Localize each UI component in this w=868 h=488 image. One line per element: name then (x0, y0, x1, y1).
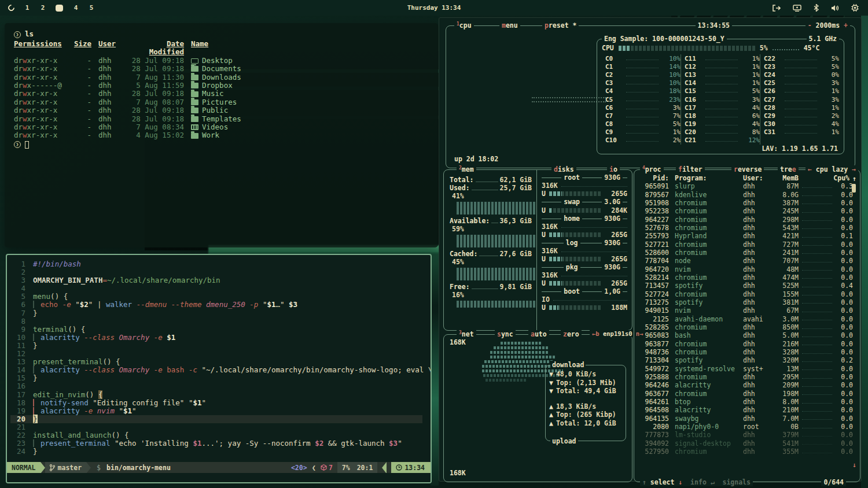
btop-window[interactable]: 1cpu menu preset * 13:34:55 - 2000ms + E… (439, 17, 862, 482)
proc-row[interactable]: 964227chromiumdhh298M0.0 (639, 215, 858, 223)
cpu-panel-title[interactable]: 1cpu (454, 21, 474, 29)
file-name: Music (191, 90, 429, 98)
owner: dhh (98, 131, 122, 139)
proc-cpu: 0.0 (836, 415, 853, 423)
proc-footer[interactable]: ↑ select ↓ info ↵ signals (640, 478, 753, 486)
net-panel-title[interactable]: 3net (457, 330, 476, 338)
owner: dhh (98, 82, 122, 90)
bluetooth-icon[interactable] (814, 4, 819, 12)
chip-icon[interactable] (851, 4, 859, 12)
menu-button[interactable]: menu (499, 21, 520, 29)
proc-row[interactable]: 255793Hyprlanddhh421M0.1 (639, 232, 858, 240)
update-interval[interactable]: - 2000ms + (806, 21, 850, 29)
proc-row[interactable]: 527721chromiumdhh727M0.0 (639, 240, 858, 248)
proc-panel-title[interactable]: 4proc (640, 165, 664, 173)
proc-row[interactable]: 549972systemd-resolvesyst+13M0.0 (639, 365, 858, 373)
core-row: C163% (685, 95, 760, 103)
logout-icon[interactable] (773, 5, 781, 12)
workspace-4[interactable]: 4 (73, 4, 79, 12)
proc-pid: 963677 (639, 390, 669, 398)
proc-row[interactable]: 951908chromiumdhh387M0.0 (639, 199, 858, 207)
file-modified-indicator: $ (97, 464, 101, 472)
filter-button[interactable]: filter (676, 165, 705, 173)
upload-label: upload (550, 437, 578, 445)
proc-row[interactable]: 394092signal-desktopdhh541M0.0 (639, 439, 858, 448)
proc-row[interactable]: 527950chromiumdhh355M0.0 (639, 448, 858, 456)
workspace-3[interactable]: 3 (56, 5, 63, 12)
proc-cpu: 0.0 (836, 390, 853, 398)
proc-row[interactable]: 527678chromiumdhh543M0.0 (639, 224, 858, 232)
proc-row[interactable]: 963677chromiumdhh198M0.0 (639, 390, 858, 398)
proc-row[interactable]: 964720nvimdhh48M0.0 (639, 265, 858, 273)
permissions: drwxr-xr-x (14, 98, 64, 106)
scroll-up-icon[interactable]: ↑ (852, 175, 856, 183)
proc-program: signal-desktop (669, 439, 743, 448)
sort-selector[interactable]: ← cpu lazy → (806, 165, 858, 173)
proc-row[interactable]: 2080napi/phy0-0root0B0.0 (639, 423, 858, 431)
proc-row[interactable]: 713275spotifydhh381M0.0 (639, 298, 858, 306)
proc-row[interactable]: 528285chromiumdhh850M0.0 (639, 323, 858, 331)
proc-row[interactable]: 713304spotifydhh320M0.2 (639, 356, 858, 364)
code-area[interactable]: 1#!/bin/bash23OMARCHY_BIN_PATH=~/.local/… (7, 255, 431, 456)
indent-guide (33, 334, 41, 341)
workspace-2[interactable]: 2 (40, 4, 46, 12)
proc-row[interactable]: 777873lm-studiodhh379M0.0 (639, 431, 858, 439)
proc-row[interactable]: 778704nodedhh707M0.0 (639, 257, 858, 265)
editor-window-nvim[interactable]: 1#!/bin/bash23OMARCHY_BIN_PATH=~/.local/… (6, 254, 432, 483)
proc-row[interactable]: 949015nvimdhh67M0.0 (639, 306, 858, 315)
tree-button[interactable]: tree (778, 165, 799, 173)
scroll-down-icon[interactable]: ↓ (852, 461, 856, 469)
proc-row[interactable]: 964246alacrittydhh209M0.0 (639, 381, 858, 389)
proc-row[interactable]: 964261btopdhh8.0M0.0 (639, 398, 858, 406)
proc-row[interactable]: 879567kdenlivedhh8.0G0.0 (639, 190, 858, 198)
volume-icon[interactable] (831, 5, 839, 12)
disk-io-rate: 316K (542, 182, 627, 189)
zero-button[interactable]: zero (561, 330, 582, 338)
scrollbar-thumb[interactable] (852, 184, 856, 193)
proc-row[interactable]: 965083bashdhh5.0M0.0 (639, 331, 858, 339)
terminal-cursor (25, 141, 29, 149)
mem-graph (457, 268, 535, 280)
proc-row[interactable]: 952238chromiumdhh245M0.0 (639, 207, 858, 215)
proc-cpu: 0.0 (836, 241, 853, 249)
progress-percent: 7% (342, 464, 350, 472)
proc-row[interactable]: 528600chromiumdhh241M0.0 (639, 249, 858, 257)
size: - (71, 65, 91, 73)
proc-mem: 381M (772, 298, 799, 306)
size: - (71, 73, 91, 82)
screencast-icon[interactable] (793, 5, 801, 12)
proc-row[interactable]: 964508alacrittydhh210M0.0 (639, 406, 858, 414)
workspace-5[interactable]: 5 (89, 4, 94, 12)
proc-cpu: 0.0 (836, 273, 853, 282)
proc-row[interactable]: 925888chromiumdhh295M0.0 (639, 373, 858, 381)
proc-user: dhh (743, 448, 772, 456)
sync-button[interactable]: sync (495, 330, 516, 338)
proc-program: chromium (669, 224, 743, 232)
proc-mem: 387M (772, 199, 799, 207)
line-number: 5 (10, 293, 25, 301)
ls-row: drwxr-xr-x-dhh28 Jul 09:18Public (14, 106, 429, 114)
core-row: C261% (764, 87, 839, 95)
proc-row[interactable]: 527724chromiumdhh155M0.0 (639, 290, 858, 298)
reverse-button[interactable]: reverse (731, 165, 764, 173)
proc-cpu-graph (802, 359, 832, 362)
proc-row[interactable]: 964135swaybgdhh7.0M0.0 (639, 415, 858, 423)
proc-row[interactable]: 963877chromiumdhh216M0.0 (639, 340, 858, 348)
auto-button[interactable]: auto (528, 330, 549, 338)
core-row: C208% (685, 128, 760, 136)
proc-row[interactable]: 965091slurpdhh87M0.3 (639, 182, 858, 190)
proc-row[interactable]: 948736chromiumdhh328M0.0 (639, 348, 858, 356)
proc-row[interactable]: 713457spotifydhh525M0.4 (639, 282, 858, 290)
proc-row[interactable]: 2125avahi-daemonavahi3.0M0.0 (639, 315, 858, 323)
proc-cpu: 0.0 (836, 290, 853, 298)
proc-mem: 87M (772, 182, 799, 190)
terminal-window-ls[interactable]: ❯ ls PermissionsSizeUserDate ModifiedNam… (5, 23, 438, 247)
code-line: 21 (10, 423, 431, 431)
workspace-1[interactable]: 1 (24, 4, 30, 12)
proc-mem: 3.0M (772, 315, 799, 323)
preset-button[interactable]: preset * (542, 21, 579, 29)
omarchy-logo-icon[interactable] (7, 3, 16, 13)
indent-guide (33, 439, 41, 447)
proc-pid: 964261 (639, 398, 669, 406)
proc-row[interactable]: 528214chromiumdhh474M0.0 (639, 273, 858, 282)
